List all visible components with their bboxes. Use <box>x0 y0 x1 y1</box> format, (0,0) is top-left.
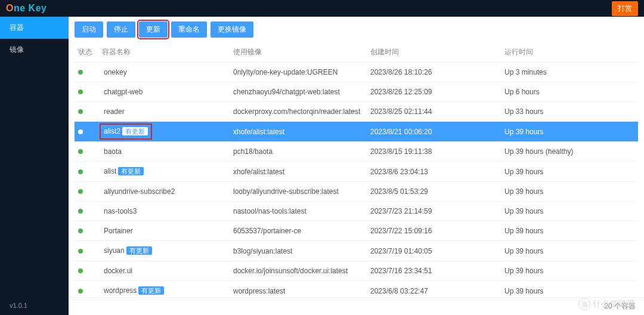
main-area: 启动停止更新重命名更换镜像 状态 容器名称 使用镜像 创建时间 运行时间 one… <box>69 17 644 315</box>
toolbar-button-1[interactable]: 停止 <box>107 21 135 38</box>
table-row[interactable]: siyuan有更新b3log/siyuan:latest2023/7/19 01… <box>75 241 638 261</box>
table-row[interactable]: wordpress有更新wordpress:latest2023/6/8 03:… <box>75 281 638 298</box>
col-name[interactable]: 容器名称 <box>98 42 230 63</box>
toolbar-button-0[interactable]: 启动 <box>75 21 103 38</box>
cell-status <box>75 281 98 298</box>
update-tag: 有更新 <box>138 286 164 295</box>
table-row[interactable]: onekey0nlylty/one-key-update:UGREEN2023/… <box>75 63 638 82</box>
cell-uptime: Up 39 hours <box>501 162 638 182</box>
container-name-text: chatgpt-web <box>104 88 143 96</box>
toolbar-button-4[interactable]: 更换镜像 <box>210 21 253 38</box>
cell-image: pch18/baota <box>230 142 367 162</box>
cell-created: 2023/7/22 15:09:16 <box>367 221 501 241</box>
container-name-text: wordpress <box>104 286 137 295</box>
cell-status <box>75 63 98 82</box>
cell-created: 2023/8/26 12:25:09 <box>367 82 501 102</box>
cell-image: docker.io/joinsunsoft/docker.ui:latest <box>230 261 367 281</box>
container-name-text: reader <box>104 107 125 116</box>
status-dot-icon <box>78 249 83 254</box>
table-row[interactable]: readerdockerproxy.com/hectorqin/reader:l… <box>75 102 638 122</box>
cell-uptime: Up 39 hours <box>501 221 638 241</box>
row-count: 20 个容器 <box>604 301 636 311</box>
cell-name: alist2有更新 <box>98 122 230 142</box>
cell-created: 2023/7/23 21:14:59 <box>367 202 501 221</box>
container-name: baota <box>102 146 123 157</box>
cell-name: aliyundrive-subscribe2 <box>98 182 230 202</box>
cell-name: baota <box>98 142 230 162</box>
col-uptime[interactable]: 运行时间 <box>501 42 638 63</box>
container-name-text: aliyundrive-subscribe2 <box>104 187 175 196</box>
container-name: reader <box>102 106 126 117</box>
sidebar-item-1[interactable]: 镜像 <box>0 39 69 61</box>
cell-status <box>75 241 98 261</box>
container-name-text: baota <box>104 147 122 156</box>
table-row[interactable]: docker.uidocker.io/joinsunsoft/docker.ui… <box>75 261 638 281</box>
cell-image: b3log/siyuan:latest <box>230 241 367 261</box>
table-row[interactable]: chatgpt-webchenzhaoyu94/chatgpt-web:late… <box>75 82 638 102</box>
table-row[interactable]: baotapch18/baota2023/8/15 19:11:38Up 39 … <box>75 142 638 162</box>
cell-image: xhofe/alist:latest <box>230 162 367 182</box>
cell-name: wordpress有更新 <box>98 281 230 298</box>
cell-status <box>75 102 98 122</box>
container-name-text: alist <box>104 167 116 175</box>
cell-uptime: Up 33 hours <box>501 102 638 122</box>
version-label: v1.0.1 <box>0 296 69 315</box>
container-name-text: docker.ui <box>104 267 132 275</box>
sidebar: 容器镜像 v1.0.1 <box>0 17 69 315</box>
cell-image: 0nlylty/one-key-update:UGREEN <box>230 63 367 82</box>
col-image[interactable]: 使用镜像 <box>230 42 367 63</box>
toolbar-button-3[interactable]: 重命名 <box>171 21 207 38</box>
cell-uptime: Up 39 hours <box>501 241 638 261</box>
donate-button[interactable]: 打赏 <box>612 1 638 16</box>
status-dot-icon <box>78 209 83 214</box>
container-name: alist2有更新 <box>102 126 150 137</box>
cell-created: 2023/7/16 23:34:51 <box>367 261 501 281</box>
cell-status <box>75 202 98 221</box>
cell-created: 2023/7/19 01:40:05 <box>367 241 501 261</box>
status-dot-icon <box>78 70 83 75</box>
cell-name: nas-tools3 <box>98 202 230 221</box>
cell-image: 6053537/portainer-ce <box>230 221 367 241</box>
cell-created: 2023/8/5 01:53:29 <box>367 182 501 202</box>
table-row[interactable]: Portainer6053537/portainer-ce2023/7/22 1… <box>75 221 638 241</box>
table-row[interactable]: nas-tools3nastool/nas-tools:latest2023/7… <box>75 202 638 221</box>
cell-uptime: Up 39 hours <box>501 122 638 142</box>
status-dot-icon <box>78 89 83 94</box>
cell-created: 2023/8/26 18:10:26 <box>367 63 501 82</box>
topbar: O ne Key 打赏 <box>0 0 644 17</box>
cell-uptime: Up 39 hours <box>501 281 638 298</box>
status-dot-icon <box>78 289 83 294</box>
update-tag: 有更新 <box>122 127 148 135</box>
col-status[interactable]: 状态 <box>75 42 98 63</box>
col-created[interactable]: 创建时间 <box>367 42 501 63</box>
cell-uptime: Up 39 hours <box>501 261 638 281</box>
cell-created: 2023/8/21 00:06:20 <box>367 122 501 142</box>
table-row[interactable]: aliyundrive-subscribe2looby/aliyundrive-… <box>75 182 638 202</box>
cell-status <box>75 82 98 102</box>
container-name-text: alist2 <box>104 127 120 135</box>
cell-status <box>75 122 98 142</box>
cell-status <box>75 221 98 241</box>
cell-status <box>75 182 98 202</box>
logo-part1: O <box>6 3 14 14</box>
cell-uptime: Up 6 hours <box>501 82 638 102</box>
cell-created: 2023/8/6 23:04:13 <box>367 162 501 182</box>
container-name-text: siyuan <box>104 246 125 255</box>
container-name: chatgpt-web <box>102 87 144 97</box>
container-name: wordpress有更新 <box>102 285 166 297</box>
toolbar-button-2[interactable]: 更新 <box>139 21 168 38</box>
sidebar-item-0[interactable]: 容器 <box>0 17 69 39</box>
status-dot-icon <box>78 109 83 114</box>
table-row[interactable]: alist有更新xhofe/alist:latest2023/8/6 23:04… <box>75 162 638 182</box>
container-name: aliyundrive-subscribe2 <box>102 186 177 197</box>
container-name: docker.ui <box>102 265 134 276</box>
container-name: onekey <box>102 67 129 78</box>
app-logo: O ne Key <box>6 3 47 14</box>
status-dot-icon <box>78 228 83 233</box>
cell-name: onekey <box>98 63 230 82</box>
status-dot-icon <box>78 189 83 194</box>
update-tag: 有更新 <box>118 167 144 175</box>
status-dot-icon <box>78 169 83 174</box>
table-row[interactable]: alist2有更新xhofe/alist:latest2023/8/21 00:… <box>75 122 638 142</box>
logo-part2: ne Key <box>14 3 47 14</box>
